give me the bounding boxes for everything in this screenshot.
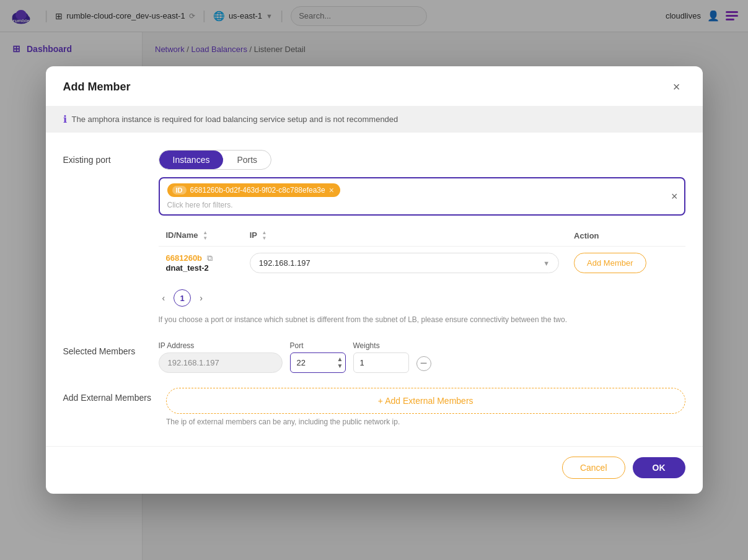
cancel-button[interactable]: Cancel [562,457,625,479]
info-message: The amphora instance is required for loa… [72,115,398,124]
tab-ports[interactable]: Ports [223,151,271,169]
remove-member-button[interactable]: − [416,356,431,371]
external-members-control: + Add External Members The ip of externa… [166,388,685,426]
modal-footer: Cancel OK [46,446,703,494]
weight-field-group: Weights [353,341,409,373]
ip-address-field-group: IP Address [159,341,283,373]
port-decrement-button[interactable]: ▼ [337,363,343,369]
modal-overlay: Add Member × ℹ The amphora instance is r… [0,0,748,560]
modal-close-button[interactable]: × [668,79,685,96]
instance-action-cell: Add Member [566,247,685,280]
modal-body: Existing port Instances Ports ID 6681260… [46,133,703,446]
col-action: Action [566,225,685,247]
selected-members-row: Selected Members IP Address Port ▲ ▼ [63,341,685,373]
port-input-wrap: ▲ ▼ [290,352,346,373]
ok-button[interactable]: OK [633,457,685,478]
external-note: The ip of external members can be any, i… [166,418,685,426]
port-field-group: Port ▲ ▼ [290,341,346,373]
filter-tag-key: ID [172,186,187,195]
filter-placeholder: Click here for filters. [167,201,677,209]
selected-members-label: Selected Members [63,341,144,356]
prev-page-button[interactable]: ‹ [159,292,169,304]
port-field-label: Port [290,341,346,350]
filter-clear-button[interactable]: × [671,190,678,203]
sort-icon-id[interactable] [203,230,208,241]
current-page: 1 [174,289,191,307]
member-fields: IP Address Port ▲ ▼ [159,341,431,373]
info-banner: ℹ The amphora instance is required for l… [46,106,703,133]
filter-tag-remove[interactable]: × [329,185,334,195]
existing-port-control: Instances Ports ID 6681260b-0d2f-463d-9f… [159,150,685,324]
pagination: ‹ 1 › [159,289,685,307]
existing-port-label: Existing port [63,150,144,165]
connectivity-note: If you choose a port or instance which s… [159,315,685,324]
next-page-button[interactable]: › [196,292,206,304]
weight-input[interactable] [353,352,409,373]
existing-port-row: Existing port Instances Ports ID 6681260… [63,150,685,324]
instance-name: dnat_test-2 [166,263,209,273]
external-members-row: Add External Members + Add External Memb… [63,388,685,426]
weight-field-label: Weights [353,341,409,350]
table-row: 6681260b ⧉ dnat_test-2 192.168.1.197 ▼ [159,247,685,280]
chevron-down-icon: ▼ [543,260,550,267]
filter-box[interactable]: ID 6681260b-0d2f-463d-9f02-c8c788efea3e … [159,177,685,216]
tab-instances[interactable]: Instances [159,151,224,169]
ip-value: 192.168.1.197 [259,258,310,268]
filter-tag: ID 6681260b-0d2f-463d-9f02-c8c788efea3e … [167,183,677,199]
add-external-label: Add External Members [63,388,151,403]
instance-id-cell: 6681260b ⧉ dnat_test-2 [159,247,242,280]
ip-address-input[interactable] [159,352,283,373]
filter-tag-value: 6681260b-0d2f-463d-9f02-c8c788efea3e [190,186,325,195]
modal-title: Add Member [63,81,131,94]
port-spinners: ▲ ▼ [337,356,343,369]
instances-table: ID/Name IP Action [159,225,685,279]
port-increment-button[interactable]: ▲ [337,356,343,362]
tab-group: Instances Ports [159,150,272,170]
col-ip: IP [242,225,566,247]
instance-id[interactable]: 6681260b [166,253,203,263]
modal-header: Add Member × [46,66,703,106]
sort-icon-ip[interactable] [262,230,266,241]
ip-address-field-label: IP Address [159,341,283,350]
add-member-button[interactable]: Add Member [574,253,646,273]
col-id-name: ID/Name [159,225,242,247]
ip-select[interactable]: 192.168.1.197 ▼ [250,253,559,273]
info-icon: ℹ [63,113,67,125]
add-member-modal: Add Member × ℹ The amphora instance is r… [46,66,703,494]
instance-ip-cell: 192.168.1.197 ▼ [242,247,566,280]
copy-icon[interactable]: ⧉ [207,253,213,263]
add-external-button[interactable]: + Add External Members [166,388,685,414]
